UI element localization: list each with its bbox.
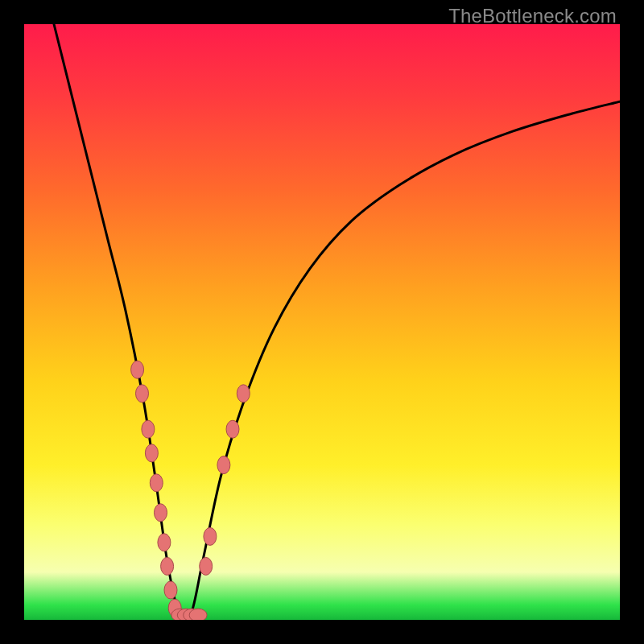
data-dot (226, 420, 239, 438)
chart-frame (24, 24, 620, 620)
data-dot (204, 527, 217, 545)
watermark-label: TheBottleneck.com (448, 5, 617, 27)
data-dot (145, 444, 158, 462)
data-dot (131, 361, 144, 378)
data-dot (136, 385, 149, 402)
data-dot (200, 557, 213, 575)
chart-overlay (24, 24, 620, 620)
data-dot (189, 609, 207, 620)
data-dot (237, 385, 250, 402)
data-dot (158, 534, 171, 551)
data-dot (142, 420, 155, 438)
data-dot (161, 557, 174, 575)
data-dots (131, 361, 250, 620)
data-dot (164, 581, 177, 599)
data-dot (155, 504, 167, 522)
bottleneck-curve (54, 24, 620, 620)
data-dot (217, 456, 230, 474)
data-dot (150, 474, 163, 492)
